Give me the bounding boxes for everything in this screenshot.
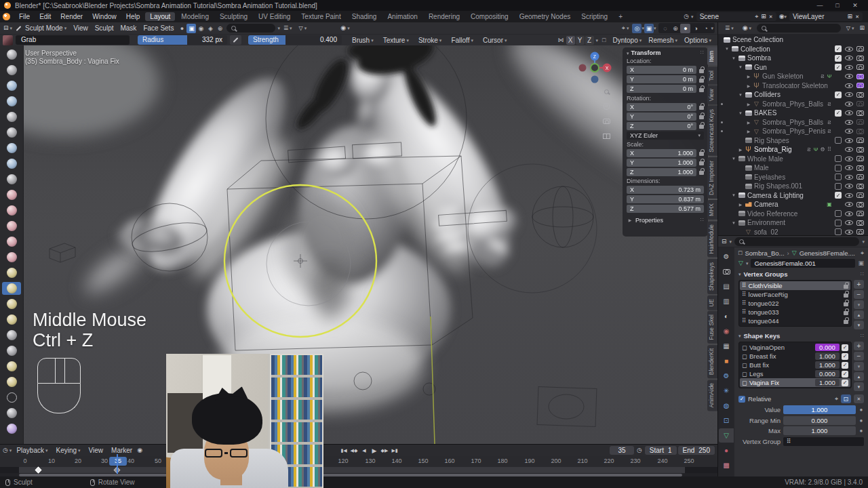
- shape-key-row[interactable]: ◻VaginaOpen0.000: [740, 343, 850, 352]
- prev-keyframe-button[interactable]: ◀◆: [349, 446, 359, 455]
- hide-viewport-toggle[interactable]: [845, 56, 853, 60]
- menu-view[interactable]: View: [70, 24, 92, 32]
- panel-grip-icon[interactable]: [701, 50, 704, 56]
- pan-tool-icon[interactable]: [601, 101, 612, 112]
- tool-boundary[interactable]: [2, 407, 21, 420]
- tool-pose[interactable]: [2, 344, 21, 357]
- outliner-display-mode[interactable]: [722, 26, 737, 31]
- edit-mode-shape-icon[interactable]: ⊡: [841, 394, 851, 403]
- disable-render-toggle[interactable]: [856, 229, 864, 235]
- shape-key-value[interactable]: 1.000: [815, 379, 840, 386]
- tab-tool-properties[interactable]: ⚙: [719, 249, 734, 264]
- lock-icon[interactable]: [699, 161, 704, 165]
- tab-hairmodule[interactable]: HairModule: [707, 221, 717, 257]
- outliner-row[interactable]: Eyelashes: [718, 173, 868, 182]
- menu-help[interactable]: Help: [121, 13, 145, 20]
- expand-arrow-icon[interactable]: [745, 129, 752, 134]
- expand-arrow-icon[interactable]: [745, 120, 752, 125]
- tool-layer[interactable]: [2, 126, 21, 139]
- dimensions-z-field[interactable]: Z0.577 m: [627, 205, 704, 213]
- workspace-tab-uvediting[interactable]: UV Editing: [254, 12, 295, 21]
- rotation-y-field[interactable]: Y0°: [627, 113, 696, 121]
- menu-window[interactable]: Window: [87, 13, 121, 20]
- exclude-checkbox[interactable]: [835, 165, 842, 171]
- lock-icon[interactable]: [844, 285, 848, 289]
- exclude-checkbox[interactable]: [835, 64, 842, 70]
- play-button[interactable]: ▶: [370, 446, 379, 455]
- front-faces-toggle[interactable]: ▣: [186, 24, 196, 33]
- shape-key-specials-button[interactable]: [854, 362, 864, 371]
- rotation-x-field[interactable]: X0°: [627, 103, 696, 111]
- outliner-row[interactable]: Rig Shapes.001: [718, 182, 868, 191]
- hide-viewport-toggle[interactable]: [845, 184, 853, 188]
- lock-icon[interactable]: [699, 115, 704, 119]
- workspace-tab-modeling[interactable]: Modeling: [176, 12, 214, 21]
- expand-arrow-icon[interactable]: [730, 56, 737, 60]
- frame-start-field[interactable]: Start1: [645, 446, 677, 455]
- shape-key-mute-checkbox[interactable]: [842, 353, 848, 360]
- overlays-toggle[interactable]: ◎: [632, 24, 642, 33]
- tool-smooth[interactable]: [2, 188, 21, 201]
- menu-sculpt[interactable]: Sculpt: [92, 24, 117, 32]
- lock-icon[interactable]: [844, 293, 848, 298]
- hide-viewport-toggle[interactable]: [845, 120, 853, 125]
- gizmo-x-neg-axis[interactable]: [579, 64, 587, 72]
- tab-material-properties[interactable]: ●: [719, 443, 734, 458]
- relative-checkbox[interactable]: [738, 396, 745, 403]
- collapse-icon[interactable]: [738, 272, 741, 277]
- rotation-z-field[interactable]: Z0°: [627, 122, 696, 130]
- menu-marker[interactable]: Marker: [108, 447, 136, 454]
- scale-x-field[interactable]: X1.000: [627, 149, 696, 157]
- lock-icon[interactable]: [844, 320, 848, 324]
- location-x-field[interactable]: X0 m: [627, 66, 696, 74]
- scene-selector[interactable]: Scene: [696, 12, 776, 21]
- shape-key-value[interactable]: 0.000: [815, 370, 840, 378]
- outliner-row[interactable]: Sombra_Phys_Penis: [718, 127, 868, 136]
- viewport-3d[interactable]: User Perspective (35) Sombra_Body : Vagi…: [0, 45, 717, 444]
- menu-keying[interactable]: Keying: [52, 447, 83, 454]
- expand-arrow-icon[interactable]: [730, 221, 737, 225]
- dimensions-x-field[interactable]: X0.723 m: [627, 186, 704, 194]
- options-dropdown[interactable]: Options: [681, 37, 715, 44]
- lock-icon[interactable]: [699, 106, 704, 110]
- tool-flatten[interactable]: [2, 204, 21, 217]
- tab-item[interactable]: Item: [707, 47, 717, 66]
- move-up-button[interactable]: [854, 372, 864, 381]
- hide-viewport-toggle[interactable]: [845, 193, 853, 198]
- disable-render-toggle[interactable]: [856, 184, 864, 189]
- expand-arrow-icon[interactable]: [737, 93, 744, 97]
- outliner-row[interactable]: Sombra_Phys_Balls: [718, 118, 868, 127]
- tool-snake-hook[interactable]: [2, 313, 21, 326]
- next-keyframe-button[interactable]: ◆▶: [380, 446, 389, 455]
- scale-y-field[interactable]: Y1.000: [627, 159, 696, 167]
- tool-draw-sharp[interactable]: [2, 64, 21, 77]
- tool-clay-thumb[interactable]: [2, 110, 21, 123]
- expand-arrow-icon[interactable]: [737, 111, 744, 115]
- menu-mask[interactable]: Mask: [117, 24, 140, 32]
- jump-to-end-button[interactable]: ▶▮: [390, 446, 399, 455]
- expand-arrow-icon[interactable]: [737, 202, 744, 207]
- collapse-icon[interactable]: [627, 51, 629, 56]
- tool-elastic-deform[interactable]: [2, 298, 21, 310]
- shape-key-value[interactable]: 1.000: [815, 361, 840, 369]
- remesh-dropdown[interactable]: Remesh: [645, 37, 681, 44]
- rotation-mode-dropdown[interactable]: XYZ Euler: [627, 131, 704, 140]
- add-vertex-group-button[interactable]: [854, 280, 864, 289]
- lock-icon[interactable]: [699, 79, 704, 83]
- texture-dropdown[interactable]: Texture: [380, 37, 412, 44]
- exclude-checkbox[interactable]: [835, 228, 842, 235]
- tab-animaide[interactable]: AnimAide: [707, 380, 717, 411]
- play-reverse-button[interactable]: ◀: [359, 446, 369, 455]
- tab-blenderkit[interactable]: BlenderKit: [707, 345, 717, 378]
- lock-icon[interactable]: [699, 125, 704, 129]
- tab-modifier-properties[interactable]: ⚙: [719, 369, 734, 383]
- current-frame-badge[interactable]: 35: [109, 457, 127, 466]
- workspace-add-button[interactable]: +: [614, 12, 627, 21]
- tool-clay[interactable]: [2, 79, 21, 92]
- disable-render-toggle[interactable]: [856, 129, 864, 134]
- disable-render-toggle[interactable]: [856, 220, 864, 226]
- radius-pressure-button[interactable]: [230, 35, 241, 45]
- navigation-gizmo[interactable]: Z X: [576, 49, 614, 87]
- header-search-input[interactable]: [226, 24, 275, 33]
- dimensions-y-field[interactable]: Y0.837 m: [627, 195, 704, 203]
